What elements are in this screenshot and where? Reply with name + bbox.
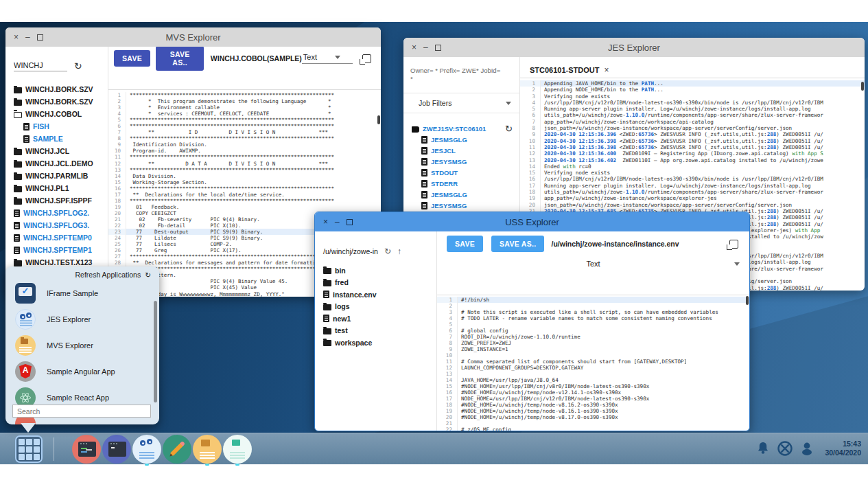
jes-tree-item[interactable]: JESMSGLG [403, 189, 519, 200]
taskbar-uss-explorer-app-icon[interactable] [223, 435, 252, 464]
line-number: 6 [437, 328, 458, 334]
minimize-icon[interactable]: – [423, 43, 428, 52]
uss-tree-item[interactable]: instance.env [315, 288, 436, 301]
refresh-icon[interactable]: ↻ [384, 247, 391, 256]
app-launcher-button[interactable] [15, 435, 43, 463]
save-as-button[interactable]: SAVE AS.. [491, 236, 544, 252]
scrollbar-thumb[interactable] [154, 301, 157, 402]
launcher-item-sample-angular-app[interactable]: ASample Angular App [15, 360, 115, 383]
refresh-applications-button[interactable]: Refresh Applications ↻ [75, 271, 151, 279]
up-directory-icon[interactable]: ↑ [397, 247, 401, 256]
dataset-search-input[interactable] [14, 61, 67, 71]
dataset-tree: WINCHJ.BORK.SZVWINCHJ.BORK.SZVWINCHJ.COB… [5, 83, 108, 281]
line-number: 4 [437, 315, 458, 321]
folder-icon [323, 304, 331, 310]
mvs-tree-item[interactable]: WINCHJ.SPF.ISPPF [5, 194, 108, 207]
log-line: 15Verifying node exists [520, 170, 865, 176]
taskbar-jes-explorer-app-icon[interactable] [132, 435, 161, 464]
user-account-icon[interactable] [799, 440, 815, 457]
mvs-tree-item[interactable]: WINCHJ.SPFTEMP1 [5, 244, 108, 256]
save-button[interactable]: SAVE [447, 236, 483, 252]
notifications-bell-icon[interactable] [755, 440, 771, 457]
jes-tree-item[interactable]: JESYSMSG [403, 156, 519, 167]
tab-stc06101-stdout[interactable]: STC06101-STDOUT × [530, 65, 609, 78]
log-line: 16/usr/lpp/IBM/cnj/v12r0/IBM/node-latest… [520, 176, 865, 182]
uss-tree-item[interactable]: test [315, 325, 436, 337]
mvs-tree-item[interactable]: WINCHJ.BORK.SZV [5, 95, 108, 108]
shell-script-editor[interactable]: 1#!/bin/sh23# Note this script is execut… [437, 295, 749, 431]
mvs-tree-item[interactable]: WINCHJ.JCL [5, 145, 108, 157]
app-search-input[interactable] [12, 405, 151, 418]
system-tray: 15:43 30/04/2020 [755, 433, 861, 464]
jes-tree-item[interactable]: JESMSGLG [403, 134, 519, 145]
close-icon[interactable]: × [323, 218, 328, 226]
mvs-tree-item[interactable]: WINCHJ.COBOL [5, 108, 108, 120]
mvs-tree-item[interactable]: WINCHJ.JCL.DEMO [5, 157, 108, 170]
scrollbar-thumb[interactable] [861, 82, 864, 91]
uss-tree-item[interactable]: workspace [315, 337, 436, 349]
launcher-item-jes-explorer[interactable]: JES Explorer [15, 308, 91, 331]
open-in-new-icon[interactable] [729, 240, 738, 249]
mvs-tree-item[interactable]: WINCHJ.PL1 [5, 182, 108, 194]
maximize-icon[interactable] [347, 219, 353, 225]
angular-app-icon: A [15, 361, 36, 382]
launcher-item-iframe-sample[interactable]: ✓IFrame Sample [15, 282, 98, 305]
close-icon[interactable]: × [14, 33, 19, 41]
mvs-sidebar: ↻ WINCHJ.BORK.SZVWINCHJ.BORK.SZVWINCHJ.C… [5, 47, 108, 297]
refresh-icon[interactable]: ↻ [505, 124, 513, 134]
line-number: 22 [437, 427, 458, 431]
maximize-icon[interactable] [37, 34, 43, 41]
jes-titlebar[interactable]: × – JES Explorer [403, 38, 865, 57]
cobol-line: 10 Program-id. AWIXMP. [108, 148, 381, 154]
taskbar-pencil-editor-app-icon[interactable] [163, 435, 191, 464]
uss-tree-item[interactable]: new1 [315, 312, 436, 325]
refresh-icon[interactable]: ↻ [74, 60, 82, 71]
minimize-icon[interactable]: – [335, 218, 340, 226]
log-line: 19app_path=/u/winchj/zowe-instance/works… [520, 195, 865, 201]
open-in-new-icon[interactable] [362, 54, 371, 63]
mvs-tree-item[interactable]: SAMPLE [5, 133, 108, 145]
jes-tree-item[interactable]: STDOUT [403, 167, 519, 178]
mvs-tree-item[interactable]: WINCHJ.PARMLIB [5, 170, 108, 182]
uss-tree-item[interactable]: logs [315, 301, 436, 313]
uss-tree-item[interactable]: fred [315, 277, 436, 289]
taskbar-editor-app-icon[interactable] [72, 435, 101, 464]
folder-icon [14, 260, 22, 266]
tree-item-label: WINCHJ.JCL.DEMO [25, 159, 93, 168]
uss-tree-item[interactable]: bin [315, 264, 436, 277]
mvs-tree-item[interactable]: WINCHJ.SPFLOG2. [5, 207, 108, 219]
minimize-icon[interactable]: – [25, 33, 30, 41]
save-as-button[interactable]: SAVE AS.. [156, 47, 203, 71]
jes-tree-item[interactable]: STDERR [403, 178, 519, 189]
settings-tools-icon[interactable] [777, 440, 793, 457]
jes-tree-item[interactable]: JESJCL [403, 145, 519, 156]
uss-titlebar[interactable]: × – USS Explorer [315, 212, 749, 231]
scrollbar-thumb[interactable] [746, 296, 749, 305]
script-line: 21 [437, 420, 749, 427]
taskbar-terminal-app-icon[interactable] [102, 435, 131, 464]
job-filters-accordion[interactable]: Job Filters [403, 93, 519, 113]
jes-tree-item[interactable]: ZWEJ1SV:STC06101↻ [403, 123, 519, 134]
launcher-item-mvs-explorer[interactable]: MVS Explorer [15, 334, 93, 357]
syntax-mode-select[interactable]: Text [303, 53, 317, 61]
close-tab-icon[interactable]: × [604, 65, 609, 75]
jes-tree-item[interactable]: JESYSMSG [403, 200, 519, 211]
close-icon[interactable]: × [412, 43, 417, 52]
uss-explorer-window: × – USS Explorer /u/winchj/zowe-in ↻ ↑ b… [314, 212, 750, 431]
tree-item-label: instance.env [333, 291, 377, 299]
uss-path-input[interactable]: /u/winchj/zowe-in [323, 247, 378, 255]
mvs-tree-item[interactable]: WINCHJ.BORK.SZV [5, 83, 108, 95]
mvs-tree-item[interactable]: FISH [5, 120, 108, 133]
syntax-mode-select[interactable]: Text [586, 260, 600, 268]
save-button[interactable]: SAVE [114, 50, 150, 67]
mvs-tree-item[interactable]: WINCHJ.SPFTEMP0 [5, 231, 108, 244]
script-line: 20#NODE_HOME=/u/winchj/temp/node-v8.17.0… [437, 414, 749, 420]
scrollbar-thumb[interactable] [377, 115, 380, 124]
maximize-icon[interactable] [435, 45, 441, 51]
cobol-line: 7 ** I D D I V I S I O N *** [108, 129, 381, 135]
taskbar-mvs-explorer-app-icon[interactable] [193, 435, 222, 464]
mvs-titlebar[interactable]: × – MVS Explorer [5, 27, 381, 47]
line-number: 1 [520, 80, 541, 87]
mvs-tree-item[interactable]: WINCHJ.SPFLOG3. [5, 219, 108, 231]
line-number: 16 [437, 389, 458, 396]
